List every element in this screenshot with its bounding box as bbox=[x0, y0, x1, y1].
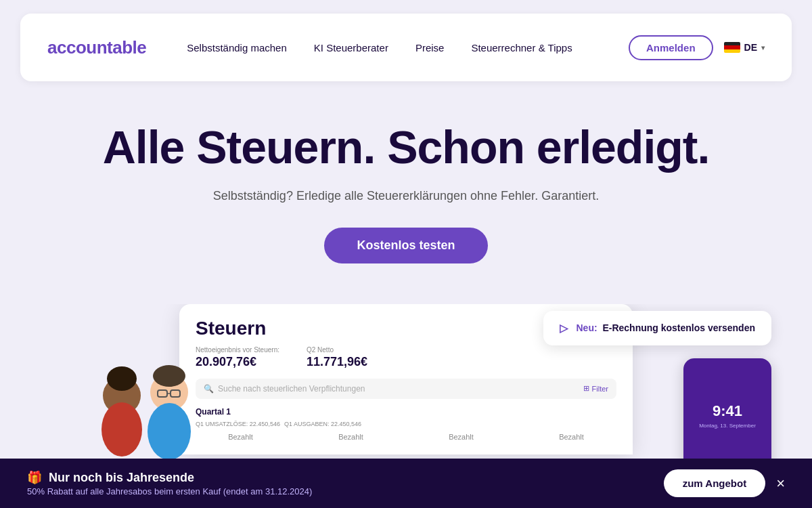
phone-sub: Montag, 13. September bbox=[699, 423, 756, 429]
logo-text-part2: able bbox=[112, 37, 146, 58]
col-label-3: Bezahlt bbox=[416, 433, 506, 441]
nav-right: Anmelden DE ▾ bbox=[629, 35, 765, 60]
banner-title: 🎁 Nur noch bis Jahresende bbox=[27, 470, 312, 485]
hero-section: Alle Steuern. Schon erledigt. Selbststän… bbox=[0, 81, 812, 284]
filter-button[interactable]: ⊞ Filter bbox=[583, 384, 608, 393]
logo-text-part1: account bbox=[47, 37, 112, 58]
chevron-down-icon: ▾ bbox=[761, 44, 765, 51]
send-icon: ▷ bbox=[560, 322, 568, 335]
stat2-value: 11.771,96€ bbox=[307, 355, 367, 369]
logo[interactable]: accountable bbox=[47, 37, 146, 58]
banner-icon: 🎁 bbox=[27, 471, 42, 484]
stat2-label: Q2 Netto bbox=[307, 346, 367, 354]
banner-content: 🎁 Nur noch bis Jahresende 50% Rabatt auf… bbox=[27, 470, 312, 496]
nav-link-steuerrechner[interactable]: Steuerrechner & Tipps bbox=[471, 42, 572, 54]
phone-card: 9:41 Montag, 13. September bbox=[683, 358, 771, 467]
preview-area: ▷ Neu: E-Rechnung kostenlos versenden bbox=[0, 304, 812, 467]
anmelden-button[interactable]: Anmelden bbox=[629, 35, 713, 60]
phone-time: 9:41 bbox=[713, 402, 742, 420]
lang-selector[interactable]: DE ▾ bbox=[724, 42, 765, 53]
nav-link-selbststaendig[interactable]: Selbstständig machen bbox=[187, 42, 287, 54]
banner-subtitle: 50% Rabatt auf alle Jahresabos beim erst… bbox=[27, 486, 312, 496]
svg-point-8 bbox=[148, 403, 191, 460]
banner-close-button[interactable]: × bbox=[776, 475, 785, 492]
nav-link-ki[interactable]: KI Steuerberater bbox=[314, 42, 388, 54]
quarter-stat2: Q1 AUSGABEN: 22.450,546 bbox=[284, 421, 361, 427]
nav-link-preise[interactable]: Preise bbox=[415, 42, 445, 54]
svg-point-2 bbox=[102, 402, 142, 457]
nav-links: Selbstständig machen KI Steuerberater Pr… bbox=[187, 42, 629, 54]
flag-icon bbox=[724, 42, 740, 53]
quarter-label: Quartal 1 bbox=[196, 407, 616, 417]
lang-code: DE bbox=[744, 42, 757, 53]
hero-subtitle: Selbstständig? Erledige alle Steuererklä… bbox=[14, 189, 798, 203]
search-bar[interactable]: 🔍 Suche nach steuerlichen Verpflichtunge… bbox=[196, 379, 616, 399]
notif-neu-label: Neu: E-Rechnung kostenlos versenden bbox=[576, 322, 755, 333]
navbar: accountable Selbstständig machen KI Steu… bbox=[20, 14, 792, 81]
banner-actions: zum Angebot × bbox=[664, 469, 785, 497]
filter-icon: ⊞ bbox=[583, 384, 589, 393]
kostenlos-testen-button[interactable]: Kostenlos testen bbox=[324, 228, 487, 263]
quarter-stats: Q1 UMSATZLÖSE: 22.450,546 Q1 AUSGABEN: 2… bbox=[196, 421, 616, 427]
people-illustration bbox=[81, 331, 217, 467]
promo-banner: 🎁 Nur noch bis Jahresende 50% Rabatt auf… bbox=[0, 459, 812, 508]
app-stats: Nettoeigenbnis vor Steuern: 20.907,76€ Q… bbox=[196, 346, 616, 369]
zum-angebot-button[interactable]: zum Angebot bbox=[664, 469, 765, 497]
search-placeholder: Suche nach steuerlichen Verpflichtungen bbox=[218, 384, 365, 394]
col-label-4: Bezahlt bbox=[526, 433, 616, 441]
svg-point-4 bbox=[153, 365, 185, 387]
col-label-2: Bezahlt bbox=[306, 433, 396, 441]
hero-title: Alle Steuern. Schon erledigt. bbox=[14, 122, 798, 173]
svg-point-1 bbox=[107, 366, 137, 391]
notification-card[interactable]: ▷ Neu: E-Rechnung kostenlos versenden bbox=[543, 311, 771, 345]
row-labels: Bezahlt Bezahlt Bezahlt Bezahlt bbox=[196, 433, 616, 441]
